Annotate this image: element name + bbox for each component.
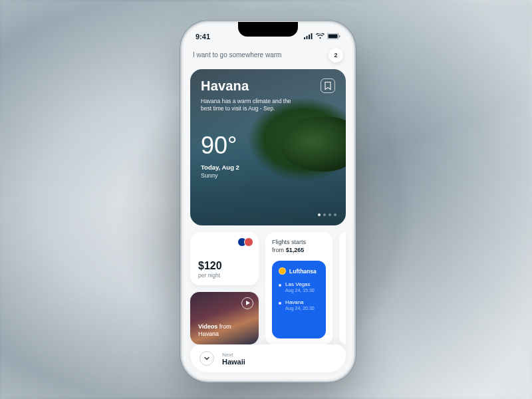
cellular-icon [304,33,313,39]
itinerary-card[interactable]: Lufthansa Las Vegas Aug 24, 15:30 Havana… [272,261,325,338]
next-card-peek[interactable] [339,232,346,344]
airline-row: Lufthansa [279,267,319,275]
price-unit: per night [198,272,251,279]
destination-hero[interactable]: Havana Havana has a warm climate and the… [190,69,346,225]
battery-icon [327,33,340,39]
videos-card[interactable]: Videos from Havana [190,292,259,345]
airline-name: Lufthansa [289,268,317,275]
destination-description: Havana has a warm climate and the best t… [201,98,294,113]
list-item: Las Vegas Aug 24, 15:30 [279,281,319,293]
flights-title-amount: $1,265 [286,247,305,253]
wifi-icon [316,33,325,39]
chevron-down-icon [203,355,210,362]
search-query[interactable]: I want to go somewhere warm [193,51,281,59]
flights-title: Flights starts from $1,265 [272,239,325,254]
next-label: Next [222,352,245,358]
svg-rect-2 [309,35,310,39]
next-button[interactable] [200,351,214,366]
date-label: Today, Aug 2 [201,164,335,171]
flights-card[interactable]: Flights starts from $1,265 Lufthansa Las… [265,232,332,344]
screen: 9:41 I want to go somewhere warm 2 [184,24,352,379]
leg-time: Aug 24, 15:30 [285,288,319,293]
svg-rect-0 [304,37,305,39]
hotel-price-card[interactable]: $120 per night [190,232,259,285]
bookmark-icon [325,82,331,90]
search-count-badge[interactable]: 2 [329,48,343,63]
svg-rect-3 [311,33,313,39]
videos-title-bold: Videos [198,323,217,330]
flights-title-line1: Flights starts [272,239,306,245]
leg-time: Aug 24, 20:30 [285,306,319,311]
phone-notch [238,22,298,37]
phone-frame: 9:41 I want to go somewhere warm 2 [182,22,354,381]
search-row: I want to go somewhere warm 2 [184,44,352,69]
price-amount: $120 [198,260,251,272]
bookmark-button[interactable] [321,78,335,93]
weather-condition: Sunny [201,172,335,179]
booking-provider-icons [240,237,253,247]
next-destination: Hawaii [222,358,245,366]
cards-row: $120 per night Videos from Havana Flight… [184,225,352,344]
temperature-value: 90° [201,132,335,160]
next-text: Next Hawaii [222,352,245,366]
airline-logo-icon [279,267,286,275]
svg-rect-6 [339,35,340,37]
page-indicator[interactable] [318,213,336,216]
status-right [304,33,340,39]
leg-city: Havana [285,299,319,305]
play-icon [241,297,253,309]
list-item: Havana Aug 24, 20:30 [279,299,319,311]
destination-title: Havana [201,78,249,94]
leg-city: Las Vegas [285,281,319,287]
svg-rect-5 [329,35,338,39]
status-time: 9:41 [196,33,210,41]
flights-title-prefix: from [272,247,286,253]
svg-rect-1 [307,36,308,39]
videos-title: Videos from Havana [198,323,251,338]
next-destination-bar[interactable]: Next Hawaii [190,344,346,372]
itinerary-legs: Las Vegas Aug 24, 15:30 Havana Aug 24, 2… [279,281,319,311]
